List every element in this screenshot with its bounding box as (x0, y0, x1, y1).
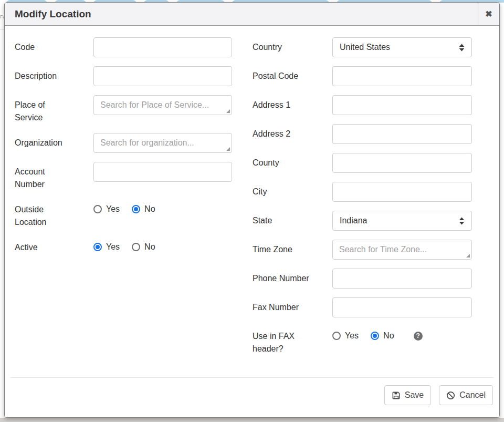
fax-number-input[interactable] (332, 297, 472, 317)
save-button-label: Save (405, 390, 424, 400)
field-label: City (253, 182, 310, 202)
field-label: Outside Location (15, 200, 72, 229)
county-row: County (253, 153, 472, 173)
country-select[interactable]: United States (332, 37, 472, 57)
account-number-input[interactable] (93, 162, 232, 182)
city-input[interactable] (332, 182, 472, 202)
field-label: Description (15, 66, 72, 86)
field-label: Account Number (15, 162, 72, 191)
phone-number-row: Phone Number (253, 269, 472, 289)
resize-grip-icon (226, 109, 230, 113)
background-divider (0, 29, 4, 29)
postal-code-input[interactable] (332, 66, 472, 86)
field-label: Place of Service (15, 95, 72, 124)
help-icon[interactable]: ? (414, 332, 423, 341)
field-label: Use in FAX header? (253, 326, 310, 355)
select-arrows-icon (459, 44, 465, 52)
background-text-fragment: Fa (0, 14, 4, 19)
field-label: Code (15, 37, 72, 57)
radio-label: Yes (106, 242, 120, 252)
active-yes-radio[interactable]: Yes (93, 242, 120, 252)
state-row: State Indiana (253, 211, 472, 231)
form-column-right: Country United States Postal Code (253, 37, 472, 377)
code-input[interactable] (93, 37, 232, 57)
field-label: Fax Number (253, 297, 310, 317)
place-of-service-select[interactable]: Search for Place of Service... (93, 95, 232, 115)
form-column-left: Code Description Place of Service Search… (15, 37, 233, 377)
postal-code-row: Postal Code (253, 66, 472, 86)
help-glyph: ? (416, 332, 419, 339)
close-button[interactable]: ✖ (478, 3, 499, 25)
radio-label: No (144, 242, 155, 252)
modal-title: Modify Location (5, 3, 478, 25)
place-of-service-row: Place of Service Search for Place of Ser… (15, 95, 233, 124)
code-row: Code (15, 37, 233, 57)
radio-unchecked-icon (332, 332, 341, 340)
time-zone-row: Time Zone Search for Time Zone... (253, 240, 472, 260)
use-in-fax-header-row: Use in FAX header? Yes No ? (253, 326, 472, 355)
radio-label: Yes (106, 204, 120, 214)
active-radio-group: Yes No (93, 238, 232, 252)
cancel-button[interactable]: Cancel (439, 385, 493, 405)
field-label: Organization (15, 133, 72, 153)
use-in-fax-header-no-radio[interactable]: No (371, 331, 394, 341)
cancel-button-label: Cancel (459, 390, 486, 400)
fax-number-row: Fax Number (253, 297, 472, 317)
background-bottom-strip (0, 418, 504, 422)
modal-footer: Save Cancel (10, 377, 494, 417)
modify-location-modal: Modify Location ✖ Code Description Place… (4, 2, 500, 418)
address-1-input[interactable] (332, 95, 472, 115)
address-2-row: Address 2 (253, 124, 472, 144)
organization-select[interactable]: Search for organization... (93, 133, 232, 153)
description-input[interactable] (93, 66, 232, 86)
cancel-icon (446, 391, 455, 400)
radio-unchecked-icon (132, 243, 140, 251)
state-value: Indiana (340, 216, 368, 225)
county-input[interactable] (332, 153, 472, 173)
field-label: State (253, 211, 310, 231)
country-row: Country United States (253, 37, 472, 57)
close-icon: ✖ (485, 9, 492, 19)
place-of-service-placeholder: Search for Place of Service... (100, 100, 209, 110)
resize-grip-icon (226, 147, 230, 151)
time-zone-placeholder: Search for Time Zone... (339, 245, 427, 254)
radio-label: No (144, 204, 155, 214)
field-label: Phone Number (253, 269, 310, 289)
radio-checked-icon (132, 205, 140, 213)
radio-checked-icon (93, 243, 102, 251)
field-label: Time Zone (253, 240, 310, 260)
radio-checked-icon (371, 332, 379, 340)
outside-location-no-radio[interactable]: No (132, 204, 155, 214)
description-row: Description (15, 66, 233, 86)
phone-number-input[interactable] (332, 269, 472, 289)
save-icon (392, 391, 401, 400)
save-button[interactable]: Save (384, 385, 431, 405)
resize-grip-icon (466, 254, 470, 258)
country-value: United States (340, 43, 390, 52)
active-no-radio[interactable]: No (132, 242, 155, 252)
time-zone-select[interactable]: Search for Time Zone... (332, 240, 472, 260)
account-number-row: Account Number (15, 162, 233, 191)
field-label: Country (253, 37, 310, 57)
radio-unchecked-icon (93, 205, 102, 213)
organization-row: Organization Search for organization... (15, 133, 233, 153)
select-arrows-icon (459, 217, 465, 225)
city-row: City (253, 182, 472, 202)
radio-label: No (383, 331, 394, 341)
use-in-fax-header-yes-radio[interactable]: Yes (332, 331, 359, 341)
field-label: Active (15, 238, 72, 254)
field-label: Address 2 (253, 124, 310, 144)
field-label: Postal Code (253, 66, 310, 86)
use-in-fax-header-radio-group: Yes No ? (332, 326, 472, 341)
organization-placeholder: Search for organization... (100, 138, 194, 148)
modal-header: Modify Location ✖ (5, 3, 499, 26)
address-2-input[interactable] (332, 124, 472, 144)
address-1-row: Address 1 (253, 95, 472, 115)
outside-location-yes-radio[interactable]: Yes (93, 204, 120, 214)
modal-body: Code Description Place of Service Search… (5, 26, 499, 377)
field-label: Address 1 (253, 95, 310, 115)
radio-label: Yes (345, 331, 359, 341)
outside-location-row: Outside Location Yes No (15, 200, 233, 229)
state-select[interactable]: Indiana (332, 211, 472, 231)
outside-location-radio-group: Yes No (93, 200, 232, 214)
